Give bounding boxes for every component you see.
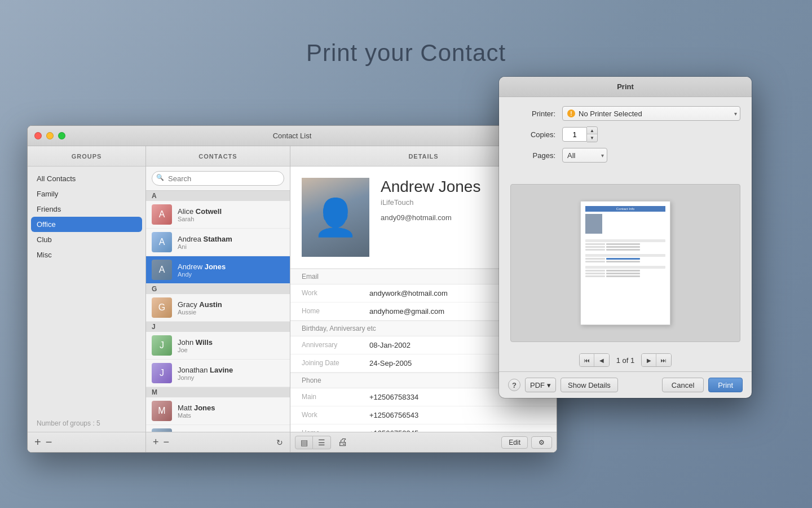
printer-row: Printer: ! No Printer Selected ▾: [510, 106, 740, 121]
add-contact-button[interactable]: +: [153, 436, 159, 448]
preview-label-4: [585, 258, 605, 260]
preview-row-6: [585, 270, 665, 271]
remove-contact-button[interactable]: −: [164, 436, 170, 448]
contact-nickname-andrew: Andy: [178, 271, 226, 278]
preview-header: Contact Info: [585, 206, 665, 212]
preview-section-1: [585, 239, 665, 251]
list-view-button[interactable]: ☰: [313, 436, 331, 449]
contact-nickname-alice: Sarah: [178, 216, 222, 222]
print-action-button[interactable]: Print: [708, 378, 743, 392]
avatar-andrea: A: [152, 232, 172, 252]
nav-next-button[interactable]: ▶: [642, 354, 656, 366]
preview-photo: [585, 214, 602, 234]
groups-panel: GROUPS All Contacts Family Friends Offic…: [28, 146, 146, 452]
print-dialog-title: Print: [499, 77, 752, 97]
printer-select[interactable]: ! No Printer Selected: [562, 106, 740, 121]
print-dialog-footer: ? PDF ▾ Show Details Cancel Print: [499, 371, 752, 398]
contact-item-gracy[interactable]: G Gracy Austin Aussie: [146, 294, 290, 322]
minimize-button[interactable]: [46, 132, 54, 139]
preview-value-1: [606, 243, 640, 245]
contact-info-andrew: Andrew Jones Andy: [178, 262, 226, 278]
sidebar-item-club[interactable]: Club: [28, 232, 145, 247]
sidebar-item-office[interactable]: Office: [31, 217, 142, 232]
pages-select[interactable]: All: [562, 148, 607, 163]
sidebar-item-misc[interactable]: Misc: [28, 247, 145, 262]
show-details-button[interactable]: Show Details: [561, 378, 618, 392]
refresh-button[interactable]: ↻: [276, 438, 283, 447]
contact-name-andrew: Andrew Jones: [178, 262, 226, 271]
pdf-arrow-icon: ▾: [547, 381, 551, 389]
preview-section-2: [585, 254, 665, 262]
contact-nickname-andrea: Ani: [178, 243, 232, 250]
nav-prev-button[interactable]: ◀: [594, 354, 609, 366]
sidebar-item-all-contacts[interactable]: All Contacts: [28, 171, 145, 186]
maximize-button[interactable]: [58, 132, 65, 139]
sidebar-item-friends[interactable]: Friends: [28, 202, 145, 217]
home-email-label: Home: [302, 307, 369, 316]
contact-item-mike[interactable]: M Mike Tyler Mickey: [146, 425, 290, 432]
preview-label-6: [585, 270, 605, 271]
nav-prev-group: ⏮ ◀: [579, 353, 610, 367]
pages-row: Pages: All ▾: [510, 148, 740, 163]
contact-info-alice: Alice Cotwell Sarah: [178, 207, 222, 222]
copies-decrement[interactable]: ▼: [587, 134, 597, 142]
preview-row-1: [585, 243, 665, 245]
nav-last-button[interactable]: ⏭: [656, 354, 671, 366]
help-button[interactable]: ?: [508, 379, 520, 391]
print-dialog: Print Printer: ! No Printer Selected ▾ C…: [499, 77, 752, 398]
printer-label: Printer:: [510, 110, 555, 118]
contact-info-andrea: Andrea Statham Ani: [178, 235, 232, 250]
contact-section-j: J: [146, 322, 290, 332]
work-phone-label: Work: [302, 411, 369, 419]
contact-item-jonathan[interactable]: J Jonathan Lavine Jonny: [146, 360, 290, 387]
avatar-alice: A: [152, 204, 172, 225]
preview-row-5: [585, 261, 665, 262]
printer-value: No Printer Selected: [579, 110, 642, 118]
cancel-button[interactable]: Cancel: [662, 378, 704, 392]
nav-first-button[interactable]: ⏮: [580, 354, 594, 366]
contact-item-andrea[interactable]: A Andrea Statham Ani: [146, 229, 290, 256]
print-button[interactable]: 🖨: [334, 435, 351, 449]
printer-warning-icon: !: [567, 110, 575, 117]
contact-name-alice: Alice Cotwell: [178, 207, 222, 216]
close-button[interactable]: [34, 132, 42, 139]
preview-row-2: [585, 246, 665, 248]
remove-group-button[interactable]: −: [46, 436, 52, 449]
contact-info-jonathan: Jonathan Lavine Jonny: [178, 366, 233, 381]
contact-section-g: G: [146, 284, 290, 294]
add-group-button[interactable]: +: [34, 436, 41, 449]
contact-name-john: John Wills: [178, 338, 213, 347]
details-row-home-phone: Home +12506752345: [290, 424, 557, 432]
contact-item-alice[interactable]: A Alice Cotwell Sarah: [146, 201, 290, 229]
work-email-label: Work: [302, 289, 369, 297]
contact-item-matt[interactable]: M Matt Jones Mats: [146, 397, 290, 425]
pages-value: All: [567, 151, 575, 160]
groups-list: All Contacts Family Friends Office Club …: [28, 167, 145, 415]
joining-label: Joining Date: [302, 359, 369, 367]
avatar-gracy: G: [152, 297, 172, 318]
edit-button[interactable]: Edit: [501, 436, 528, 449]
copies-stepper: ▲ ▼: [587, 126, 598, 142]
contact-item-john[interactable]: J John Wills Joe: [146, 332, 290, 360]
copies-increment[interactable]: ▲: [587, 127, 597, 134]
contact-item-andrew[interactable]: A Andrew Jones Andy: [146, 256, 290, 284]
preview-label-7: [585, 273, 605, 274]
card-view-button[interactable]: ▤: [295, 436, 313, 449]
main-phone-value: +12506758334: [369, 393, 418, 401]
settings-button[interactable]: ⚙: [531, 436, 552, 449]
contact-name-andrea: Andrea Statham: [178, 235, 232, 243]
work-phone-value: +12506756543: [369, 411, 418, 419]
sidebar-item-family[interactable]: Family: [28, 186, 145, 202]
groups-count: Number of groups : 5: [28, 415, 145, 432]
window-titlebar: Contact List: [28, 126, 557, 146]
work-email-value: andywork@hotmail.com: [369, 289, 448, 297]
preview-row-8: [585, 275, 665, 277]
anniversary-value: 08-Jan-2002: [369, 341, 411, 349]
pages-dropdown-arrow: ▾: [601, 152, 604, 159]
contacts-panel: CONTACTS A A Alice Cotwell Sarah A: [146, 146, 290, 452]
search-input[interactable]: [152, 171, 284, 186]
copies-input-wrapper: ▲ ▼: [562, 126, 598, 142]
pdf-button[interactable]: PDF ▾: [525, 378, 556, 392]
copies-input[interactable]: [562, 127, 587, 142]
contact-name-matt: Matt Jones: [178, 404, 215, 412]
